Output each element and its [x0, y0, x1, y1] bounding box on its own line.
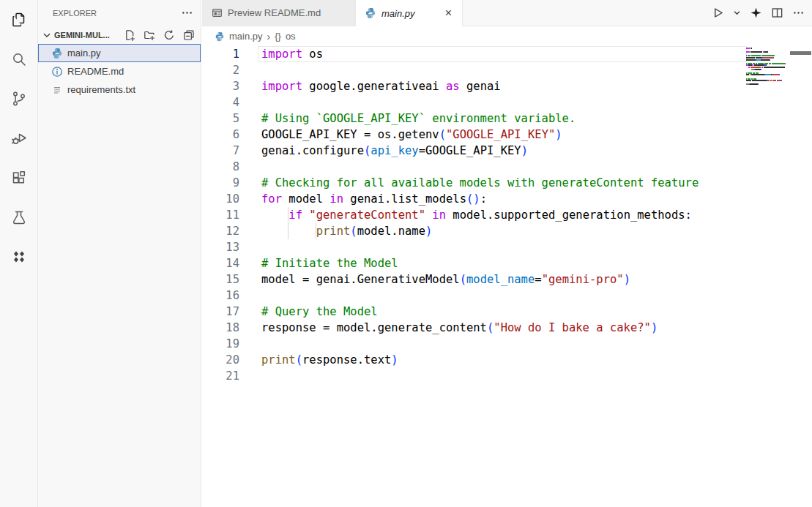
activity-run-and-debug[interactable]: [0, 119, 38, 158]
new-folder-icon[interactable]: [144, 29, 155, 41]
line-content: import os: [261, 46, 323, 62]
code-line-15[interactable]: 15model = genai.GenerativeModel(model_na…: [202, 271, 812, 288]
code-editor[interactable]: 1import os23import google.generativeai a…: [202, 46, 812, 507]
line-number: 18: [202, 320, 261, 336]
editor-actions: [712, 0, 805, 26]
code-line-5[interactable]: 5# Using `GOOGLE_API_KEY` environment va…: [202, 110, 812, 127]
line-content: response = model.generate_content("How d…: [261, 320, 658, 336]
code-line-9[interactable]: 9# Checking for all available models wit…: [202, 175, 812, 191]
line-number: 21: [202, 368, 261, 384]
file-item-main.py[interactable]: main.py: [38, 44, 201, 62]
line-content: GOOGLE_API_KEY = os.getenv("GOOGLE_API_K…: [261, 127, 562, 143]
line-content: model = genai.GenerativeModel(model_name…: [261, 271, 630, 288]
info-icon: [51, 66, 63, 78]
indent-guide: [316, 223, 316, 239]
line-number: 12: [202, 223, 261, 239]
overview-ruler[interactable]: [802, 46, 812, 507]
tab-label: main.py: [381, 8, 415, 19]
activity-extensions[interactable]: [0, 158, 38, 198]
code-line-10[interactable]: 10for model in genai.list_models():: [202, 191, 812, 207]
code-line-6[interactable]: 6GOOGLE_API_KEY = os.getenv("GOOGLE_API_…: [202, 127, 812, 143]
activity-gemini-code-assist[interactable]: [0, 237, 38, 277]
code-line-14[interactable]: 14# Initiate the Model: [202, 255, 812, 271]
overview-ruler-cursor-marker: [790, 51, 811, 55]
source-control-icon: [10, 90, 28, 108]
code-line-18[interactable]: 18response = model.generate_content("How…: [202, 320, 812, 336]
code-line-4[interactable]: 4: [202, 94, 812, 110]
code-line-8[interactable]: 8: [202, 159, 812, 175]
line-content: for model in genai.list_models():: [261, 191, 487, 207]
breadcrumb-separator-icon: ›: [267, 31, 271, 42]
explorer-more-actions-icon[interactable]: [181, 7, 193, 19]
line-number: 11: [202, 207, 261, 223]
activity-testing[interactable]: [0, 198, 38, 237]
new-file-icon[interactable]: [124, 29, 135, 41]
line-number: 10: [202, 191, 261, 207]
refresh-explorer-icon[interactable]: [163, 29, 175, 41]
code-line-13[interactable]: 13: [202, 239, 812, 255]
minimap[interactable]: [746, 48, 789, 87]
line-content: import google.generativeai as genai: [261, 78, 501, 94]
code-line-2[interactable]: 2: [202, 62, 812, 78]
tab-main-py[interactable]: main.py ×: [356, 0, 463, 26]
activity-source-control[interactable]: [0, 79, 38, 119]
code-line-16[interactable]: 16: [202, 288, 812, 304]
activity-bar: [0, 0, 38, 507]
tab-preview-readme[interactable]: Preview README.md: [202, 0, 356, 26]
python-icon: [365, 7, 376, 19]
close-tab-icon[interactable]: ×: [444, 7, 453, 19]
editor-group: Preview README.md main.py × main.py › {}…: [202, 0, 812, 507]
line-number: 20: [202, 352, 261, 368]
code-line-20[interactable]: 20print(response.text): [202, 352, 812, 368]
text-file-icon: [51, 84, 63, 96]
collapse-folders-icon[interactable]: [183, 29, 195, 41]
gemini-diamonds-icon: [10, 248, 28, 266]
line-content: # Using `GOOGLE_API_KEY` environment var…: [261, 110, 576, 127]
activity-explorer[interactable]: [0, 0, 38, 40]
explorer-header: EXPLORER: [38, 0, 201, 26]
indent-guide: [288, 223, 288, 239]
code-line-7[interactable]: 7genai.configure(api_key=GOOGLE_API_KEY): [202, 143, 812, 159]
line-number: 17: [202, 304, 261, 320]
gemini-sparkle-icon[interactable]: [750, 7, 762, 19]
file-item-README.md[interactable]: README.md: [38, 62, 201, 80]
activity-search[interactable]: [0, 40, 38, 79]
code-line-17[interactable]: 17# Query the Model: [202, 304, 812, 320]
line-number: 13: [202, 239, 261, 255]
code-line-3[interactable]: 3import google.generativeai as genai: [202, 78, 812, 94]
line-number: 2: [202, 62, 261, 78]
folder-section-header[interactable]: GEMINI-MUL...: [38, 26, 201, 44]
run-python-file-icon[interactable]: [712, 7, 724, 19]
code-line-11[interactable]: 11 if "generateContent" in model.support…: [202, 207, 812, 223]
vscode-window: { "colors": { "keyword": "#af00db", "com…: [0, 0, 812, 507]
section-actions: [124, 29, 195, 41]
explorer-sidebar: EXPLORER GEMINI-MUL... main.pyREADME.mdr…: [38, 0, 201, 507]
code-line-21[interactable]: 21: [202, 368, 812, 384]
more-actions-icon[interactable]: [792, 7, 805, 19]
line-number: 7: [202, 143, 261, 159]
line-content: print(response.text): [261, 352, 398, 368]
code-line-19[interactable]: 19: [202, 336, 812, 352]
symbol-braces-icon: {}: [275, 31, 281, 42]
line-content: # Query the Model: [261, 304, 378, 320]
line-number: 14: [202, 255, 261, 271]
breadcrumb-symbol[interactable]: os: [286, 31, 296, 42]
line-number: 16: [202, 288, 261, 304]
run-and-debug-icon: [10, 129, 28, 147]
code-line-12[interactable]: 12 print(model.name): [202, 223, 812, 239]
breadcrumb: main.py › {} os: [202, 26, 812, 46]
file-list: main.pyREADME.mdrequirements.txt: [38, 44, 201, 99]
line-content: if "generateContent" in model.supported_…: [261, 207, 692, 223]
run-dropdown-icon[interactable]: [733, 9, 741, 17]
line-number: 5: [202, 110, 261, 127]
minimap-line: [746, 86, 789, 87]
line-content: genai.configure(api_key=GOOGLE_API_KEY): [261, 143, 528, 159]
python-icon: [215, 31, 225, 42]
split-editor-icon[interactable]: [771, 7, 783, 19]
folder-name: GEMINI-MUL...: [54, 31, 110, 40]
file-item-requirements.txt[interactable]: requirements.txt: [38, 80, 201, 99]
python-icon: [51, 48, 63, 59]
breadcrumb-file[interactable]: main.py: [229, 31, 263, 42]
file-name: requirements.txt: [67, 84, 135, 95]
code-line-1[interactable]: 1import os: [202, 46, 812, 62]
